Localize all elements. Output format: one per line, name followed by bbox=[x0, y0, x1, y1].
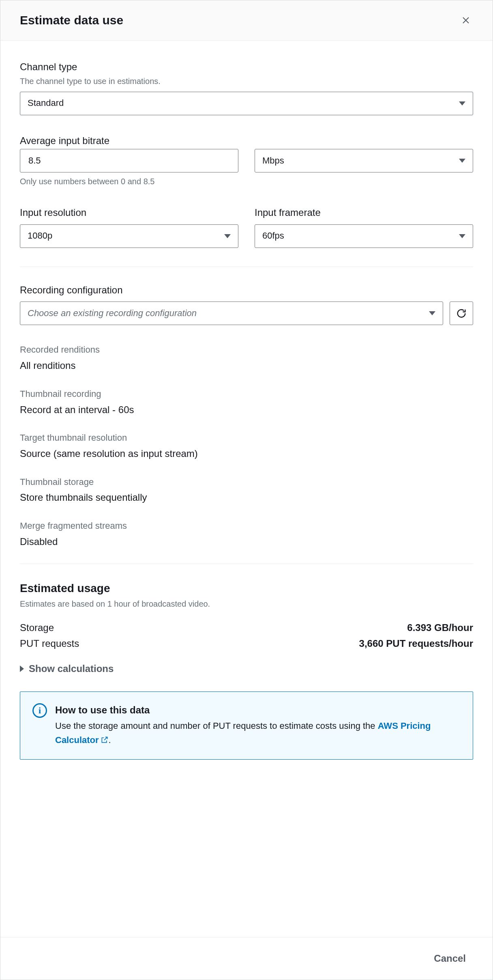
estimated-usage-title: Estimated usage bbox=[20, 580, 473, 596]
bitrate-unit-value: Mbps bbox=[262, 155, 284, 167]
info-icon: i bbox=[32, 703, 47, 718]
modal-title: Estimate data use bbox=[20, 12, 123, 29]
target-thumb-res-value: Source (same resolution as input stream) bbox=[20, 447, 473, 461]
channel-type-group: Channel type The channel type to use in … bbox=[20, 60, 473, 115]
divider bbox=[20, 564, 473, 564]
modal-footer: Cancel bbox=[0, 937, 493, 980]
put-value: 3,660 PUT requests/hour bbox=[359, 637, 473, 650]
info-text: Use the storage amount and number of PUT… bbox=[55, 719, 461, 748]
external-link-icon bbox=[101, 734, 109, 748]
target-thumb-res-label: Target thumbnail resolution bbox=[20, 432, 473, 444]
info-box: i How to use this data Use the storage a… bbox=[20, 691, 473, 760]
bitrate-input[interactable] bbox=[28, 149, 231, 172]
resolution-value: 1080p bbox=[28, 230, 52, 242]
thumb-storage-block: Thumbnail storage Store thumbnails seque… bbox=[20, 476, 473, 504]
close-button[interactable] bbox=[459, 13, 473, 28]
thumbnail-recording-label: Thumbnail recording bbox=[20, 388, 473, 401]
channel-type-hint: The channel type to use in estimations. bbox=[20, 75, 473, 87]
merge-frag-value: Disabled bbox=[20, 535, 473, 549]
recorded-renditions-label: Recorded renditions bbox=[20, 344, 473, 356]
chevron-down-icon bbox=[429, 311, 435, 315]
divider bbox=[20, 267, 473, 267]
modal-body: Channel type The channel type to use in … bbox=[0, 41, 493, 937]
recording-config-group: Recording configuration Choose an existi… bbox=[20, 283, 473, 325]
refresh-icon bbox=[456, 308, 467, 319]
recording-config-label: Recording configuration bbox=[20, 283, 473, 297]
show-calculations-label: Show calculations bbox=[29, 662, 114, 676]
estimated-usage-hint: Estimates are based on 1 hour of broadca… bbox=[20, 598, 473, 610]
info-content: How to use this data Use the storage amo… bbox=[55, 703, 461, 748]
chevron-down-icon bbox=[224, 234, 231, 238]
bitrate-hint-below: Only use numbers between 0 and 8.5 bbox=[20, 176, 238, 187]
close-icon bbox=[461, 15, 471, 26]
framerate-label: Input framerate bbox=[255, 206, 473, 220]
show-calculations-toggle[interactable]: Show calculations bbox=[20, 662, 473, 676]
modal-header: Estimate data use bbox=[0, 0, 493, 41]
resolution-label: Input resolution bbox=[20, 206, 238, 220]
recorded-renditions-value: All renditions bbox=[20, 359, 473, 373]
chevron-down-icon bbox=[459, 159, 465, 163]
info-title: How to use this data bbox=[55, 703, 461, 717]
caret-right-icon bbox=[20, 666, 24, 672]
info-text-suffix: . bbox=[109, 735, 111, 745]
refresh-button[interactable] bbox=[450, 302, 473, 325]
put-row: PUT requests 3,660 PUT requests/hour bbox=[20, 637, 473, 650]
merge-frag-block: Merge fragmented streams Disabled bbox=[20, 520, 473, 548]
chevron-down-icon bbox=[459, 234, 465, 238]
recorded-renditions-block: Recorded renditions All renditions bbox=[20, 344, 473, 372]
channel-type-value: Standard bbox=[28, 97, 64, 110]
cancel-button[interactable]: Cancel bbox=[427, 949, 473, 968]
res-fps-group: Input resolution 1080p Input framerate 6… bbox=[20, 206, 473, 248]
estimate-data-use-modal: Estimate data use Channel type The chann… bbox=[0, 0, 493, 980]
bitrate-unit-select[interactable]: Mbps bbox=[255, 149, 473, 172]
thumb-storage-label: Thumbnail storage bbox=[20, 476, 473, 489]
bitrate-group: Average input bitrate Only use numbers b… bbox=[20, 134, 473, 187]
recording-config-placeholder: Choose an existing recording configurati… bbox=[28, 307, 197, 320]
estimated-usage-section: Estimated usage Estimates are based on 1… bbox=[20, 580, 473, 760]
thumbnail-recording-value: Record at an interval - 60s bbox=[20, 403, 473, 417]
bitrate-label: Average input bitrate bbox=[20, 134, 473, 148]
bitrate-input-wrap bbox=[20, 149, 238, 172]
thumbnail-recording-block: Thumbnail recording Record at an interva… bbox=[20, 388, 473, 416]
merge-frag-label: Merge fragmented streams bbox=[20, 520, 473, 532]
chevron-down-icon bbox=[459, 101, 465, 106]
thumb-storage-value: Store thumbnails sequentially bbox=[20, 491, 473, 504]
framerate-select[interactable]: 60fps bbox=[255, 224, 473, 248]
put-label: PUT requests bbox=[20, 637, 79, 650]
channel-type-label: Channel type bbox=[20, 60, 473, 74]
storage-row: Storage 6.393 GB/hour bbox=[20, 621, 473, 635]
framerate-value: 60fps bbox=[262, 230, 284, 242]
resolution-select[interactable]: 1080p bbox=[20, 224, 238, 248]
channel-type-select[interactable]: Standard bbox=[20, 92, 473, 115]
info-text-prefix: Use the storage amount and number of PUT… bbox=[55, 721, 378, 731]
storage-value: 6.393 GB/hour bbox=[407, 621, 473, 635]
target-thumb-res-block: Target thumbnail resolution Source (same… bbox=[20, 432, 473, 460]
recording-config-select[interactable]: Choose an existing recording configurati… bbox=[20, 302, 443, 325]
storage-label: Storage bbox=[20, 621, 54, 635]
